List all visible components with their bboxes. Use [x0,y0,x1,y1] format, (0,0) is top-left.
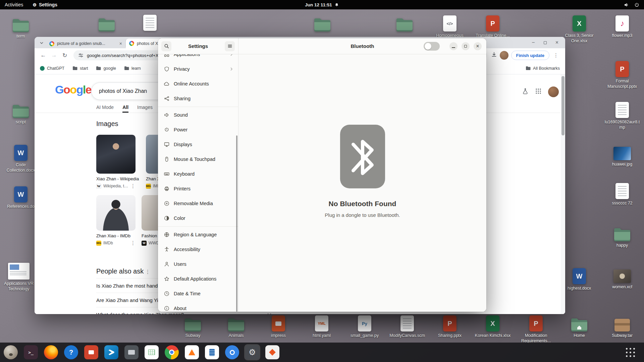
settings-maximize-button[interactable] [462,42,470,50]
forward-button[interactable]: → [49,52,59,59]
sidebar-item-mouse-touchpad[interactable]: Mouse & Touchpad [158,152,238,167]
desktop-icon-happy[interactable]: happy [603,223,642,248]
show-applications-icon[interactable] [625,347,636,358]
desktop-icon-women-xcf[interactable]: women.xcf [603,265,642,290]
paa-menu-icon[interactable]: ⋮ [143,269,153,275]
sidebar-item-color[interactable]: Color [158,211,238,226]
desktop-icon-highest-docx[interactable]: Whighest.docx [560,266,599,291]
download-icon[interactable] [491,52,497,59]
bookmark-chatgpt[interactable]: ChatGPT [40,66,64,71]
dock-gimp-icon[interactable] [3,344,19,360]
sidebar-item-default-applications[interactable]: Default Applications [158,272,238,286]
desktop-icon-term[interactable]: term [1,14,40,39]
dock-settings-icon[interactable]: ⚙ [244,344,260,360]
sidebar-item-date-time[interactable]: Date & Time [158,286,238,301]
dock-vscode-icon[interactable] [103,344,119,360]
sidebar-item-region-language[interactable]: Region & Language [158,227,238,242]
bookmark-learn[interactable]: learn [124,66,141,71]
desktop-icon-modification-requirements[interactable]: PModification Requirements... [517,313,555,344]
desktop-icon-folder-4[interactable] [385,13,424,32]
result-tab-ai-mode[interactable]: AI Mode [96,105,114,113]
dock-blue-app-icon[interactable] [224,344,240,360]
google-account-avatar[interactable] [548,86,559,97]
browser-menu-icon[interactable]: ⋮ [551,52,561,58]
result-tab-all[interactable]: All [122,105,128,113]
browser-minimize-button[interactable]: − [532,40,535,46]
desktop-icon-modifycanvas-scm[interactable]: ModifyCanvas.scm [388,313,427,339]
sidebar-item-about[interactable]: About [158,301,238,312]
sidebar-item-privacy[interactable]: Privacy [158,62,238,76]
dock-help-icon[interactable]: ? [63,344,79,360]
dock-files-icon[interactable] [123,344,140,360]
desktop-icon-small-game-py[interactable]: Pysmall_game.py [345,313,384,339]
sidebar-scrollbar[interactable] [236,135,237,312]
dock-impress-icon[interactable] [83,344,99,360]
reload-button[interactable]: ↻ [60,52,69,59]
sidebar-item-removable-media[interactable]: Removable Media [158,196,238,211]
clock-button[interactable]: Jun 12 11:51 [305,2,339,7]
desktop-icon-subway[interactable]: Subway [173,313,212,339]
bookmark-start[interactable]: start [72,66,88,71]
desktop-icon-lu169026082aur8-tmp[interactable]: lu169026082aur8.tmp [603,100,642,130]
focused-app-menu[interactable]: ⚙ Settings [28,0,62,9]
google-apps-grid-icon[interactable] [535,88,541,96]
desktop-icon-translate-online[interactable]: PTranslate Online... [473,13,512,39]
desktop-icon-huawei-jpg[interactable]: huawei.jpg [603,142,642,167]
desktop-icon-animals[interactable]: Animals [217,313,256,339]
all-bookmarks-button[interactable]: All Bookmarks [526,66,560,71]
image-result-thumbnail[interactable] [96,135,136,174]
desktop-icon-impress[interactable]: impress [259,313,298,339]
desktop-icon-formal-manuscript-pptx[interactable]: PFormal Manuscript.pptx [603,59,642,89]
search-labs-icon[interactable] [522,88,529,96]
desktop-icon-flower-mp3[interactable]: ♪flower.mp3 [603,13,642,39]
desktop-icon-html-yaml[interactable]: YMLhtml.yaml [302,313,341,339]
sidebar-item-sharing[interactable]: Sharing [158,91,238,106]
settings-main-menu-button[interactable] [225,41,235,51]
sidebar-item-power[interactable]: Power [158,122,238,137]
dock-software-icon[interactable] [264,344,280,360]
result-menu-icon[interactable]: ⋮ [130,183,136,189]
browser-profile-avatar[interactable] [500,51,508,60]
bookmark-google[interactable]: google [96,66,116,71]
sidebar-item-online-accounts[interactable]: Online Accounts [158,76,238,91]
dock-vlc-icon[interactable] [184,344,200,360]
finish-update-button[interactable]: Finish update [511,51,550,60]
dock-firefox-icon[interactable] [43,344,59,360]
desktop-icon-home[interactable]: Home [560,313,599,339]
sidebar-item-accessibility[interactable]: Accessibility [158,242,238,257]
dock-calc-icon[interactable] [144,344,160,360]
settings-headerbar[interactable]: Settings Bluetooth × [158,38,486,54]
sidebar-item-users[interactable]: Users [158,257,238,272]
activities-button[interactable]: Activities [0,0,28,9]
settings-minimize-button[interactable] [449,42,458,50]
scrollbar-thumb[interactable] [561,76,565,135]
image-result-caption[interactable]: Xiao Zhan - Wikipedia [96,176,139,181]
browser-maximize-button[interactable] [544,41,547,44]
result-tab-images[interactable]: Images [137,105,153,113]
tab-close-icon[interactable]: × [119,41,122,46]
sidebar-item-printers[interactable]: Printers [158,181,238,196]
sidebar-item-displays[interactable]: Displays [158,137,238,152]
desktop-icon-folder-3[interactable] [303,13,342,32]
desktop-icon-subway-tar[interactable]: Subway.tar [603,313,642,339]
dock-writer-icon[interactable] [204,344,220,360]
dock-terminal-icon[interactable]: >_ [23,344,39,360]
browser-close-button[interactable]: × [555,40,558,46]
sidebar-item-applications[interactable]: Applications [158,54,238,62]
dock-chrome-icon[interactable] [164,344,180,360]
desktop-icon-tmp-2[interactable] [130,13,169,31]
desktop-icon-ssscccc-72[interactable]: ssscccc 72 [603,181,642,206]
image-result-caption[interactable]: Zhan Xiao - IMDb [96,233,130,238]
settings-close-button[interactable]: × [474,42,482,50]
sidebar-item-sound[interactable]: Sound [158,108,238,122]
result-menu-icon[interactable]: ⋮ [130,240,136,246]
desktop-icon-korean-kimchi-xlsx[interactable]: XKorean Kimchi.xlsx [473,313,512,339]
browser-tab-picture-of-a-golden-snub[interactable]: picture of a golden snub...× [46,40,126,47]
google-logo[interactable]: Google [55,83,91,96]
browser-scrollbar[interactable] [561,74,565,314]
image-result-thumbnail[interactable] [96,195,136,231]
sidebar-item-keyboard[interactable]: Keyboard [158,167,238,181]
bluetooth-toggle[interactable] [424,42,440,51]
desktop-icon-sharing-pptx[interactable]: PSharing.pptx [430,313,469,339]
desktop-icon-folder-1[interactable] [87,13,126,32]
